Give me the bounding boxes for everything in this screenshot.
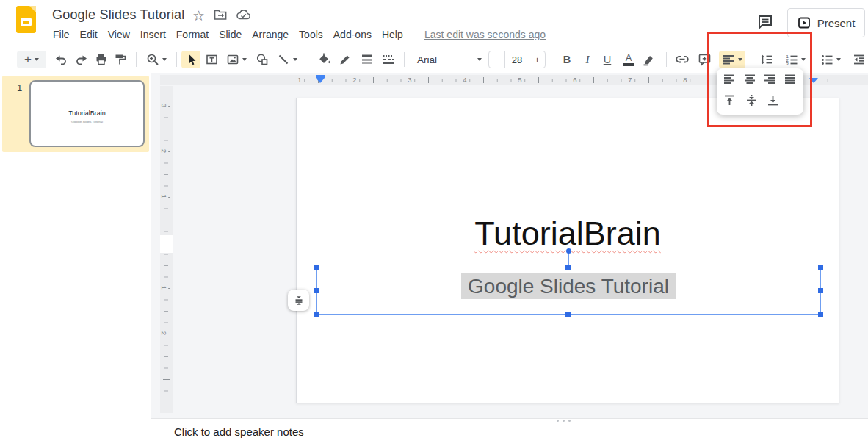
decrease-font-size-button[interactable]: − bbox=[488, 51, 505, 68]
h-ruler-number: 8 bbox=[681, 76, 689, 84]
font-family-select[interactable]: Arial bbox=[411, 51, 482, 68]
insert-comment-button[interactable] bbox=[695, 51, 714, 68]
vertical-align-top-option[interactable] bbox=[723, 94, 736, 110]
menu-item-add-ons[interactable]: Add-ons bbox=[328, 26, 377, 43]
slide-editing-surface[interactable]: TutorialBrain Google Slides Tutorial bbox=[296, 98, 839, 403]
vertical-align-middle-option[interactable] bbox=[745, 94, 758, 110]
separator bbox=[751, 52, 751, 67]
insert-shape-button[interactable] bbox=[253, 51, 271, 68]
header: Google Slides Tutorial ☆ FileEditViewIns… bbox=[0, 0, 868, 46]
indent-marker-right[interactable] bbox=[809, 78, 818, 83]
speaker-notes-panel: Click to add speaker notes bbox=[151, 418, 868, 438]
underline-button[interactable]: U bbox=[598, 51, 616, 68]
redo-icon bbox=[75, 53, 88, 66]
last-edit-link[interactable]: Last edit was seconds ago bbox=[424, 29, 546, 40]
text-box-icon bbox=[205, 53, 219, 66]
new-slide-button[interactable]: + bbox=[17, 51, 46, 68]
present-button[interactable]: Present bbox=[787, 8, 865, 37]
move-folder-icon[interactable] bbox=[213, 8, 228, 24]
select-tool-button[interactable] bbox=[181, 51, 200, 68]
menu-item-tools[interactable]: Tools bbox=[294, 26, 328, 43]
undo-button[interactable] bbox=[53, 51, 69, 68]
slide-number: 1 bbox=[17, 82, 22, 93]
paint-format-button[interactable] bbox=[112, 51, 129, 68]
fill-color-button[interactable] bbox=[315, 51, 333, 68]
insert-image-button[interactable] bbox=[223, 51, 250, 68]
h-ruler-number: 6 bbox=[571, 76, 579, 84]
border-weight-button[interactable] bbox=[358, 51, 376, 68]
v-ruler-number: 1 bbox=[160, 195, 168, 198]
line-spacing-button[interactable] bbox=[756, 51, 775, 68]
resize-handle-top-middle[interactable] bbox=[565, 265, 571, 270]
menu-item-arrange[interactable]: Arrange bbox=[247, 26, 294, 43]
present-play-icon bbox=[798, 16, 811, 29]
vertical-align-bottom-option[interactable] bbox=[767, 94, 779, 110]
notes-resize-handle[interactable] bbox=[554, 420, 572, 422]
border-dash-icon bbox=[382, 53, 395, 66]
image-icon bbox=[226, 53, 239, 66]
bulleted-list-button[interactable] bbox=[815, 51, 846, 68]
resize-handle-top-right[interactable] bbox=[818, 265, 823, 270]
separator bbox=[666, 52, 667, 67]
numbered-list-button[interactable]: 123 bbox=[780, 51, 811, 68]
italic-button[interactable]: I bbox=[579, 51, 596, 68]
rotation-handle[interactable] bbox=[566, 248, 571, 254]
menu-item-view[interactable]: View bbox=[103, 26, 135, 43]
increase-font-size-button[interactable]: + bbox=[529, 51, 546, 68]
separator bbox=[308, 52, 308, 67]
slides-logo-icon[interactable] bbox=[16, 6, 36, 33]
chevron-down-icon bbox=[738, 58, 742, 61]
slide-title-text[interactable]: TutorialBrain bbox=[297, 215, 839, 253]
bold-button[interactable]: B bbox=[558, 51, 576, 68]
menu-item-slide[interactable]: Slide bbox=[214, 26, 247, 43]
resize-handle-bottom-right[interactable] bbox=[818, 312, 823, 317]
logo-inner-rect bbox=[21, 18, 32, 26]
star-icon[interactable]: ☆ bbox=[192, 8, 205, 24]
decrease-indent-button[interactable] bbox=[850, 51, 868, 68]
h-ruler-number: 2 bbox=[350, 76, 358, 84]
insert-link-button[interactable] bbox=[672, 51, 692, 68]
menu-item-help[interactable]: Help bbox=[377, 26, 408, 43]
menu-item-file[interactable]: File bbox=[48, 26, 75, 43]
border-color-button[interactable] bbox=[337, 51, 353, 68]
zoom-icon bbox=[146, 53, 159, 66]
speaker-notes-placeholder[interactable]: Click to add speaker notes bbox=[174, 426, 304, 438]
slide-thumbnail[interactable]: TutorialBrain Google Slides Tutorial bbox=[29, 80, 145, 147]
font-size-input[interactable]: 28 bbox=[505, 51, 529, 68]
text-box-button[interactable] bbox=[203, 51, 220, 68]
highlight-color-button[interactable] bbox=[640, 51, 658, 68]
resize-handle-bottom-middle[interactable] bbox=[565, 312, 571, 317]
resize-handle-bottom-left[interactable] bbox=[314, 312, 319, 317]
align-left-option[interactable] bbox=[723, 73, 736, 88]
add-comment-icon bbox=[698, 53, 712, 66]
format-options-widget[interactable] bbox=[288, 290, 309, 311]
h-ruler-number: 4 bbox=[460, 76, 469, 84]
print-button[interactable] bbox=[93, 51, 109, 68]
menu-item-edit[interactable]: Edit bbox=[75, 26, 103, 43]
redo-button[interactable] bbox=[73, 51, 90, 68]
align-dropdown-menu bbox=[717, 68, 803, 115]
resize-handle-top-left[interactable] bbox=[314, 265, 319, 270]
insert-line-button[interactable] bbox=[273, 51, 301, 68]
align-button[interactable] bbox=[719, 51, 745, 68]
zoom-button[interactable] bbox=[142, 51, 170, 68]
align-right-option[interactable] bbox=[764, 73, 776, 88]
cloud-status-icon[interactable] bbox=[236, 8, 252, 24]
indent-marker-left-triangle[interactable] bbox=[316, 78, 325, 83]
document-title[interactable]: Google Slides Tutorial bbox=[52, 7, 185, 23]
menu-item-insert[interactable]: Insert bbox=[135, 26, 171, 43]
border-dash-button[interactable] bbox=[380, 51, 397, 68]
present-label: Present bbox=[817, 17, 856, 29]
chevron-down-icon bbox=[242, 58, 247, 61]
align-justify-option[interactable] bbox=[784, 73, 797, 88]
slide-subtitle-text[interactable]: Google Slides Tutorial bbox=[317, 275, 820, 298]
text-color-button[interactable]: A bbox=[619, 51, 638, 68]
vertical-ruler: 32112 bbox=[160, 86, 173, 413]
menu-item-format[interactable]: Format bbox=[171, 26, 214, 43]
align-center-option[interactable] bbox=[744, 73, 756, 88]
selected-text-box[interactable]: Google Slides Tutorial bbox=[316, 268, 821, 315]
selected-slide-row[interactable]: 1 TutorialBrain Google Slides Tutorial bbox=[2, 76, 149, 152]
comment-history-icon[interactable] bbox=[756, 13, 774, 34]
plus-icon: + bbox=[24, 52, 32, 67]
google-slides-app: Google Slides Tutorial ☆ FileEditViewIns… bbox=[0, 0, 868, 438]
